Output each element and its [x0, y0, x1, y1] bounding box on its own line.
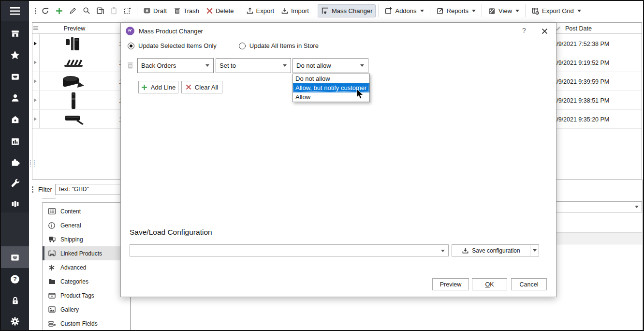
sidebar: ?	[1, 1, 29, 330]
tab-label: Product Tags	[60, 292, 94, 299]
tag-icon	[48, 292, 56, 299]
tab-custom-fields[interactable]: Custom Fields	[43, 316, 130, 331]
import-icon	[281, 7, 289, 15]
save-configuration-menu-button[interactable]	[530, 245, 539, 256]
view-icon	[488, 7, 496, 15]
preview-button[interactable]: Preview	[432, 278, 469, 290]
import-label: Import	[291, 7, 309, 15]
folder-icon	[48, 279, 56, 285]
grid-select-all-header[interactable]	[32, 23, 39, 33]
row-expander-icon[interactable]	[34, 98, 37, 102]
tab-shipping[interactable]: Shipping	[43, 232, 130, 246]
column-header-preview[interactable]: Preview	[39, 23, 110, 34]
export-button[interactable]: Export	[243, 4, 278, 17]
sidebar-item-favorites[interactable]	[1, 45, 29, 65]
trash-button[interactable]: Trash	[170, 4, 203, 17]
import-button[interactable]: Import	[278, 4, 312, 17]
tab-linked-products[interactable]: Linked Products	[43, 246, 130, 260]
cancel-button[interactable]: Cancel	[511, 278, 547, 290]
dropdown-option[interactable]: Allow	[293, 92, 369, 102]
select-area-button[interactable]	[120, 4, 134, 17]
view-button[interactable]: View	[484, 4, 523, 17]
product-thumbnail	[47, 73, 100, 90]
sidebar-item-archive-selected[interactable]	[1, 246, 29, 268]
cell-post-date: 8/9/2021 9:35:20 PM	[553, 116, 609, 123]
tab-gallery[interactable]: Gallery	[43, 302, 130, 316]
addons-button[interactable]: Addons	[381, 4, 427, 17]
export-grid-button[interactable]: Export Grid	[528, 4, 585, 17]
dropdown-option[interactable]: Do not allow	[293, 74, 369, 83]
tab-advanced[interactable]: Advanced	[43, 260, 130, 274]
radio-update-all[interactable]	[239, 43, 246, 49]
field-select[interactable]: Back Orders	[137, 58, 214, 73]
row-expander-icon[interactable]	[34, 60, 37, 64]
save-configuration-button[interactable]: Save configuration	[452, 244, 539, 256]
value-select[interactable]: Do not allow	[293, 58, 368, 73]
row-expander-icon[interactable]	[34, 117, 37, 121]
mass-changer-icon	[321, 7, 329, 15]
row-expander-icon[interactable]	[34, 42, 37, 45]
help-button[interactable]: ?	[520, 27, 528, 34]
tab-general[interactable]: General	[43, 218, 130, 232]
dropdown-option-selected[interactable]: Allow, but notify customer	[293, 83, 369, 92]
search-button[interactable]	[80, 4, 93, 17]
export-grid-icon	[531, 7, 540, 15]
info-icon	[48, 222, 56, 229]
mass-changer-button[interactable]: Mass Changer	[318, 4, 376, 17]
radio-update-selected[interactable]	[128, 43, 134, 49]
product-thumbnail	[47, 92, 100, 109]
reports-button[interactable]: Reports	[433, 4, 480, 17]
close-button[interactable]	[540, 26, 549, 36]
tab-content[interactable]: Content	[43, 204, 130, 218]
sidebar-item-views[interactable]	[1, 194, 29, 213]
edit-button[interactable]	[66, 4, 80, 17]
cell-post-date: 8/9/2021 9:19:52 PM	[553, 60, 609, 66]
save-load-heading: Save/Load Configuration	[130, 228, 212, 237]
filter-drag-handle[interactable]	[32, 186, 35, 193]
hamburger-menu-button[interactable]	[1, 1, 29, 21]
action-select[interactable]: Set to	[216, 58, 291, 73]
toolbar-overflow-handle[interactable]	[35, 8, 38, 14]
refresh-button[interactable]	[38, 4, 52, 17]
row-expander-icon[interactable]	[34, 79, 37, 83]
sidebar-item-addons[interactable]	[1, 153, 29, 172]
search-icon	[83, 7, 90, 15]
sidebar-item-help[interactable]: ?	[1, 270, 29, 289]
sidebar-item-customers[interactable]	[1, 88, 29, 107]
toolbar-separator	[315, 4, 315, 17]
chevron-down-icon	[360, 64, 364, 67]
sidebar-item-reports[interactable]	[1, 132, 29, 151]
tab-categories[interactable]: Categories	[43, 274, 130, 288]
sidebar-item-orders[interactable]	[1, 67, 29, 86]
copy-button[interactable]	[93, 4, 107, 17]
pencil-icon	[69, 7, 77, 15]
radio-update-selected-label[interactable]: Update Selected Items Only	[138, 42, 217, 49]
refresh-icon	[41, 7, 49, 15]
tab-product-tags[interactable]: Product Tags	[43, 288, 130, 302]
chevron-down-icon	[420, 10, 424, 12]
close-icon	[542, 28, 548, 34]
chevron-down-icon	[472, 10, 476, 12]
addons-icon	[384, 7, 393, 15]
add-line-button[interactable]: Add Line	[138, 81, 178, 93]
add-button[interactable]	[52, 4, 66, 17]
sidebar-item-settings[interactable]	[1, 312, 29, 331]
splitter-handle[interactable]: ⋮⋮⋮⋮	[28, 161, 34, 166]
remove-line-button[interactable]	[127, 61, 134, 71]
paste-button[interactable]	[107, 4, 120, 17]
star-icon	[10, 50, 20, 60]
woocommerce-logo-icon	[126, 27, 134, 35]
sidebar-item-tools[interactable]	[1, 173, 29, 192]
draft-button[interactable]: Draft	[140, 4, 170, 17]
column-header-post-date[interactable]: Post Date	[556, 23, 592, 34]
tab-label: General	[60, 222, 81, 229]
filter-divider	[42, 198, 56, 199]
sidebar-item-products[interactable]	[1, 110, 29, 129]
configuration-combobox[interactable]	[130, 244, 449, 256]
clear-all-button[interactable]: Clear All	[181, 81, 222, 93]
delete-button[interactable]: Delete	[203, 5, 237, 17]
sidebar-item-store[interactable]	[1, 24, 29, 43]
ok-button[interactable]: OK	[472, 278, 507, 290]
radio-update-all-label[interactable]: Update All Items in Store	[249, 42, 319, 49]
sidebar-item-lock[interactable]	[1, 291, 29, 310]
